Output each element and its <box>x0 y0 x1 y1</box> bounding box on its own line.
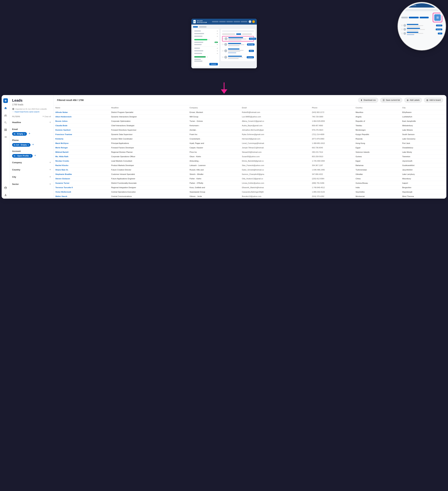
filter-account-header[interactable]: Account <box>12 149 51 153</box>
browser-actions <box>249 20 255 23</box>
settings-icon[interactable] <box>4 186 8 190</box>
filter-city-header[interactable]: City + <box>12 174 51 179</box>
list-item[interactable]: ··· Connect <box>222 55 254 60</box>
user-avatar-icon[interactable] <box>4 193 8 197</box>
filter-sector-plus[interactable]: + <box>49 183 51 186</box>
filter-email-header[interactable]: Email <box>12 127 51 132</box>
list-item-highlighted[interactable]: ··· Connect <box>222 36 254 41</box>
table-row[interactable]: Alton Heidenreich Dynamic Interactions D… <box>54 114 446 119</box>
filter-headline-header[interactable]: Headline + <box>12 120 51 125</box>
table-row[interactable]: Suzanne Turner District Functionality As… <box>54 181 446 185</box>
people-icon[interactable] <box>4 113 8 117</box>
grid-view-icon[interactable] <box>4 128 8 132</box>
table-row[interactable]: Ms. Hilda Rath Corporate Operations Offi… <box>54 154 446 159</box>
cell-phone: 1-368-881-0410 <box>310 141 354 146</box>
leads-title: Leads <box>12 98 51 103</box>
filter-country: Country + <box>12 167 51 172</box>
table-row[interactable]: Claudia Bode Chief Interactions Strategi… <box>54 123 446 128</box>
cell-city: Ivaport <box>401 181 446 185</box>
filter-account-tag[interactable]: Is : Open Profile ✕ <box>12 154 33 158</box>
table-row[interactable]: Mildred Bartell Regional Division Planne… <box>54 150 446 154</box>
leads-table-container: Name Headline Company Email Phone Countr… <box>54 105 446 199</box>
table-row[interactable]: Francisco Trantow Dynamic Data Superviso… <box>54 132 446 137</box>
filter-phone-tag-remove[interactable]: ✕ <box>28 144 29 146</box>
cell-company: Turner - Grimes <box>188 119 240 123</box>
filter-sector-header[interactable]: Sector + <box>12 182 51 187</box>
filter-email-tag[interactable]: Is : Empty ✕ <box>12 132 27 136</box>
cell-company: Olson - Kiehn <box>188 154 240 159</box>
cell-headline: Central Communications <box>110 194 188 199</box>
table-row[interactable]: Walter Hauck Central Communications Gibs… <box>54 194 446 199</box>
browser-title: SALES NAVIGATOR <box>197 20 209 23</box>
cell-email: Lionel_Cummings@hotmail. <box>240 141 310 146</box>
filter-company-header[interactable]: Company + <box>12 160 51 165</box>
cell-company: Swaniawski Group <box>188 190 240 194</box>
clear-all-button[interactable]: ✕ Clear all <box>42 115 51 117</box>
cell-phone: 1-646-486-2495 <box>310 168 354 172</box>
cell-country: Montenegro <box>354 128 401 132</box>
zoom-highlighted-box: ⊞ <box>433 13 442 22</box>
table-row[interactable]: Victor McDermott Central Operations Exec… <box>54 190 446 194</box>
list-item[interactable]: ··· View <box>222 48 254 54</box>
table-row[interactable]: Alfredo Nolan District Program Specialis… <box>54 110 446 114</box>
cell-country: Bahamas <box>354 163 401 168</box>
filter-email-label: Email <box>12 128 18 131</box>
left-filter-panel: + + + + ▶ <box>193 29 219 67</box>
filter-phone-tag[interactable]: Is not : Empty ✕ <box>12 143 30 147</box>
add-labels-button[interactable]: ⊕ Add Labels <box>404 98 422 103</box>
table-row[interactable]: Steven Gislason Future Applications Engi… <box>54 177 446 181</box>
add-to-board-button[interactable]: ⊞ Add to board <box>424 98 443 103</box>
filter-company-label: Company <box>12 161 22 164</box>
tab-inactive[interactable] <box>199 26 206 28</box>
table-row[interactable]: Rachel Klocko Product Markets Developer … <box>54 163 446 168</box>
table-row[interactable]: Merle Reinger Forward Factors Developer … <box>54 146 446 150</box>
filter-phone-add[interactable]: + <box>32 143 34 146</box>
save-current-list-button[interactable]: ☰ Save current list <box>380 98 402 103</box>
filter-country-header[interactable]: Country + <box>12 167 51 172</box>
cell-country: India <box>354 185 401 190</box>
import-link[interactable]: → Import lead froms same search <box>12 111 51 113</box>
grid-icon-symbol: ⊞ <box>436 16 439 19</box>
leads-main: Filtered result 456 / 1798 ⬇ Download cs… <box>54 95 446 199</box>
cell-company: Streich - Windler <box>188 172 240 177</box>
filter-account-add[interactable]: + <box>34 154 36 157</box>
table-row[interactable]: Terrence Turcotte II Regional Integratio… <box>54 185 446 190</box>
table-row[interactable]: Kimberly Investor Web Coordinator Cruick… <box>54 137 446 141</box>
cell-headline: Forward Factors Developer <box>110 146 188 150</box>
filter-country-plus[interactable]: + <box>49 168 51 171</box>
download-csv-button[interactable]: ⬇ Download csv <box>358 98 378 103</box>
search-icon[interactable] <box>4 121 8 124</box>
filter-headline-label: Headline <box>12 121 21 123</box>
cell-country: Republic of <box>354 119 401 123</box>
cell-city: West Theresa <box>401 194 446 199</box>
filter-city-plus[interactable]: + <box>49 175 51 178</box>
table-row[interactable]: Shane Batz Sr. Future Creative Director … <box>54 168 446 172</box>
zoom-list-item: ··· View <box>401 32 442 35</box>
filter-email-add[interactable]: + <box>29 132 30 135</box>
cell-name: Rachel Klocko <box>54 163 110 168</box>
filter-company-plus[interactable]: + <box>49 161 51 164</box>
table-row[interactable]: Stephanie Bradtke Customer Intranet Spec… <box>54 172 446 177</box>
table-row[interactable]: Bessie Johns Corporate Optimization Turn… <box>54 119 446 123</box>
cell-city: Bergeshire <box>401 185 446 190</box>
list-item[interactable]: ··· Message <box>222 42 254 47</box>
filter-email-tag-remove[interactable]: ✕ <box>24 133 25 135</box>
table-row[interactable]: Nicolas Crooks Lead Markets Consultant A… <box>54 159 446 163</box>
grid-icon[interactable]: ⊞ <box>434 14 441 21</box>
cell-name: Kimberly <box>54 137 110 141</box>
table-row[interactable]: Mack McGlynn Principal Applications Hyat… <box>54 141 446 146</box>
cell-country: Turkmenistan <box>354 168 401 172</box>
cell-name: Ms. Hilda Rath <box>54 154 110 159</box>
filter-account-tag-remove[interactable]: ✕ <box>30 155 31 157</box>
cell-city: East Joesphville <box>401 119 446 123</box>
cell-company: Frami Inc <box>188 132 240 137</box>
svg-marker-1 <box>221 89 227 94</box>
table-row[interactable]: Dominic Sanford Forward Directives Super… <box>54 128 446 132</box>
list-view-icon[interactable] <box>4 135 8 139</box>
filter-headline-plus[interactable]: + <box>49 121 51 124</box>
cell-company: Zemlak - <box>188 128 240 132</box>
tab-active[interactable] <box>193 26 198 28</box>
home-icon[interactable] <box>4 106 8 110</box>
filter-phone-header[interactable]: Phone <box>12 138 51 142</box>
label-icon: ⊕ <box>407 99 409 102</box>
